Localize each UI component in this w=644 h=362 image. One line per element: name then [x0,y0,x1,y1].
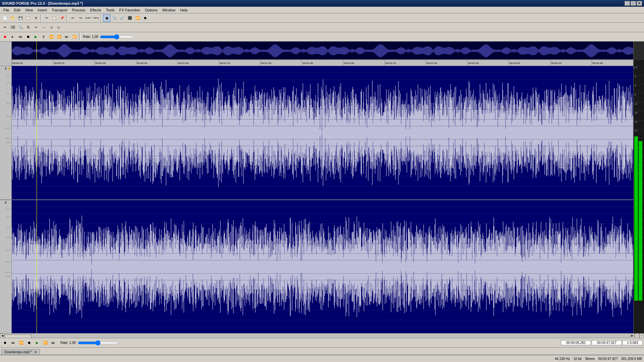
play-button[interactable]: ⏵ [9,33,16,41]
track-1-waveform[interactable] [12,66,633,199]
db-label-1-8: -Inf. [6,141,11,144]
record-button[interactable]: ⏺ [142,14,149,22]
crossfade-button[interactable]: ↔ [40,24,47,31]
zoom-sel-button[interactable]: ⬛ [126,14,133,22]
fade-in-button[interactable]: ◁ [48,24,55,31]
playhead-1 [37,66,37,199]
play-go-button[interactable]: ▶ [32,33,40,41]
save-button[interactable]: 💾 [17,14,24,22]
toolbar-2: ✏ ⌫ 🔍 N ✂ ↔ ◁ ▷ [0,23,644,32]
file-tab[interactable]: Downtempo.mp3 * ✕ [1,349,40,355]
bt-loop-button[interactable]: ⏺ [1,339,9,347]
waveform-canvas-2 [12,200,633,334]
db-label-2-6: -12.0 [5,261,11,263]
normalize-button[interactable]: N [24,24,32,31]
track-2-waveform[interactable] [12,200,633,334]
vu-canvas [634,66,644,301]
vu-meter-panel [633,60,644,333]
scroll-track[interactable] [5,334,630,338]
bit-depth-status: 16 bit [573,357,581,361]
filesize-status: 301,269.8 MB [621,357,642,361]
open-button[interactable]: 📂 [9,14,16,22]
db-label-2-3: -4.1 [6,226,11,229]
menu-tools[interactable]: Tools [104,7,117,13]
pencil-tool[interactable]: ✏ [1,24,9,31]
menu-help[interactable]: Help [178,7,190,13]
ruler-canvas [12,60,633,66]
db-label-1-3: -4.1 [6,92,11,95]
menu-fxfavorites[interactable]: FX Favorites [117,7,142,13]
track-2-left: 2 -1.2 -2.5 -4.1 -6.0 -8.5 -12.0 -18.1 -… [0,200,12,334]
sep-t [79,33,80,41]
db-label-1-5: -8.5 [6,115,11,118]
rate-slider[interactable] [100,34,133,40]
tab-bar: Downtempo.mp3 * ✕ [0,347,644,355]
close-button[interactable]: ✕ [637,1,642,6]
menu-window[interactable]: Window [160,7,177,13]
menu-effects[interactable]: Effects [88,7,103,13]
bt-end-button[interactable]: ⏭ [50,339,57,347]
waveform-canvas-1 [12,66,633,199]
sample-rate-status: 44,100 Hz [555,357,570,361]
scroll-right-button[interactable]: ▶ [630,334,635,338]
saveas-button[interactable]: 📋 [24,14,32,22]
title-bar: SOUND FORGE Pro 12.0 - [Downtempo.mp3 *]… [0,0,644,7]
rewind-start-button[interactable]: ⏮ [17,33,24,41]
restore-button[interactable]: □ [631,1,636,6]
magnify-tool[interactable]: 🔍 [17,24,24,31]
scroll-left-button[interactable]: ◀ [0,334,5,338]
track-1-left: 1 🔒 -1.2 -2.5 -4.1 -6.0 -8.5 -12.0 -18.1… [0,66,12,199]
rewind-button[interactable]: ⏪ [48,33,55,41]
close-doc-button[interactable]: ✕ [32,14,40,22]
menu-insert[interactable]: Insert [36,7,49,13]
menu-bar: File Edit View Insert Transport Process … [0,7,644,13]
redo-hist-button[interactable]: ↪↪ [92,14,100,22]
rate-label: Rate: 1,00 [83,35,98,39]
copy-button[interactable]: 📋 [51,14,58,22]
menu-edit[interactable]: Edit [12,7,22,13]
loop-transport-button[interactable]: 🔁 [71,33,78,41]
bt-stop-button[interactable]: ⏹ [25,339,33,347]
menu-transport[interactable]: Transport [50,7,69,13]
eraser-tool[interactable]: ⌫ [9,24,16,31]
tab-close[interactable]: ✕ [34,350,37,354]
time-ruler [0,60,633,66]
minimize-button[interactable]: _ [625,1,630,6]
stop-button[interactable]: ⏹ [24,33,32,41]
menu-file[interactable]: File [1,7,11,13]
loop-button[interactable]: 🔁 [134,14,141,22]
undo-button[interactable]: ↩ [69,14,76,22]
bt-prev-button[interactable]: ⏪ [17,339,25,347]
menu-process[interactable]: Process [70,7,88,13]
new-button[interactable]: 📄 [1,14,9,22]
bt-ff-button[interactable]: ⏩ [42,339,49,347]
db-label-1-4: -6.0 [6,102,11,105]
zoom-in-button[interactable]: 🔍 [111,14,118,22]
h-scrollbar: ◀ ▶ - + [0,333,644,338]
cut-button[interactable]: ✂ [43,14,50,22]
undo-hist-button[interactable]: ↩↩ [85,14,92,22]
zoom-plus-button[interactable]: + [639,334,644,338]
menu-view[interactable]: View [23,7,35,13]
scroll-thumb[interactable] [5,335,32,338]
trim-button[interactable]: ✂ [32,24,40,31]
track-1-lock[interactable]: 🔒 [7,67,11,70]
zoom-minus-button[interactable]: - [635,334,639,338]
overview-waveform[interactable] [12,42,633,60]
redo-button[interactable]: ↪ [77,14,84,22]
fade-out-button[interactable]: ▷ [55,24,63,31]
menu-options[interactable]: Options [143,7,160,13]
playhead-2 [37,200,37,334]
zoom-out-button[interactable]: 🔎 [118,14,126,22]
select-tool[interactable]: ▣ [103,14,110,22]
paste-button[interactable]: 📌 [58,14,66,22]
record-transport-button[interactable]: ⏺ [1,33,9,41]
rate-slider-bottom[interactable] [78,340,118,346]
window-title: SOUND FORGE Pro 12.0 - [Downtempo.mp3 *] [2,1,83,5]
bt-play-button[interactable]: ▶ [34,339,41,347]
ff-button[interactable]: ⏩ [55,33,63,41]
db-label-2-4: -6.0 [6,236,11,239]
ff-end-button[interactable]: ⏭ [63,33,70,41]
pause-button[interactable]: ⏸ [40,33,47,41]
bt-rewind-button[interactable]: ⏮ [9,339,17,347]
